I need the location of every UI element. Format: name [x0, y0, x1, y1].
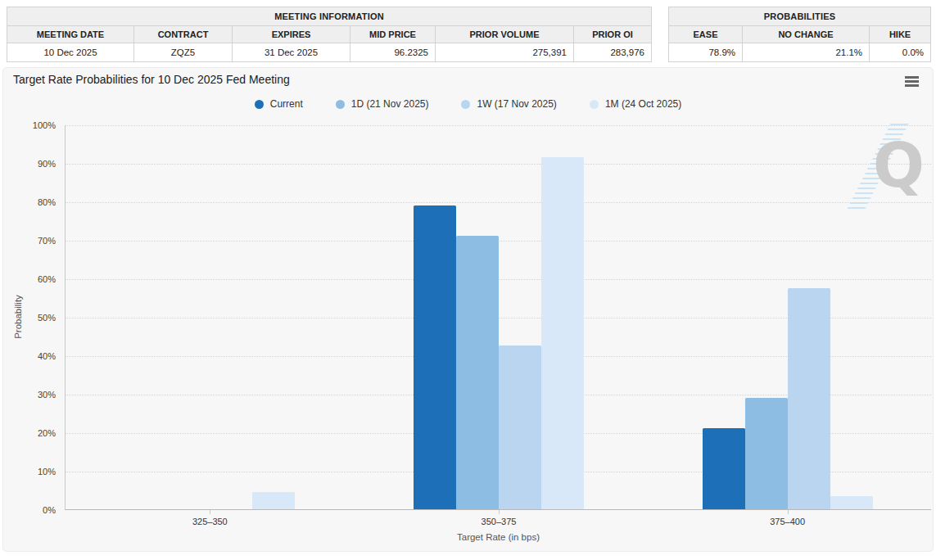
legend-dot-icon — [336, 100, 345, 109]
chart-legend: Current1D (21 Nov 2025)1W (17 Nov 2025)1… — [3, 98, 933, 110]
x-tick — [499, 510, 500, 514]
meeting-date-value: 10 Dec 2025 — [7, 43, 134, 62]
bar-375-400-s0[interactable] — [703, 428, 745, 509]
no-change-value: 21.1% — [743, 43, 870, 62]
x-category-label: 350–375 — [450, 517, 548, 526]
mid-price-value: 96.2325 — [350, 43, 436, 62]
contract-value: ZQZ5 — [134, 43, 233, 62]
chart-title: Target Rate Probabilities for 10 Dec 202… — [13, 73, 290, 86]
y-tick-label: 0% — [43, 504, 56, 516]
meeting-info-table: MEETING INFORMATION MEETING DATE CONTRAC… — [7, 7, 652, 62]
y-tick-label: 40% — [38, 350, 56, 362]
legend-item-1w[interactable]: 1W (17 Nov 2025) — [461, 98, 556, 110]
x-tick — [210, 510, 210, 514]
x-tick — [788, 510, 789, 514]
bar-350-375-s3[interactable] — [541, 157, 584, 509]
bar-325-350-s3[interactable] — [252, 492, 295, 509]
fedwatch-chart-panel: Target Rate Probabilities for 10 Dec 202… — [2, 67, 934, 552]
y-tick-label: 90% — [38, 158, 56, 169]
col-header-ease: EASE — [669, 26, 743, 43]
y-axis-title: Probability — [13, 287, 23, 346]
bar-350-375-s1[interactable] — [456, 236, 499, 509]
x-category-label: 325–350 — [161, 517, 259, 526]
probabilities-table: PROBABILITIES EASE NO CHANGE HIKE 78.9% … — [668, 7, 931, 62]
table-row: 78.9% 21.1% 0.0% — [669, 43, 931, 62]
bar-375-400-s3[interactable] — [830, 496, 873, 509]
hamburger-bar — [905, 84, 919, 87]
probabilities-title: PROBABILITIES — [669, 7, 931, 26]
col-header-mid-price: MID PRICE — [350, 26, 436, 43]
hike-value: 0.0% — [870, 43, 931, 62]
col-header-hike: HIKE — [870, 26, 931, 43]
gridline — [66, 164, 931, 165]
gridline — [66, 202, 931, 203]
legend-dot-icon — [590, 100, 599, 109]
legend-item-1d[interactable]: 1D (21 Nov 2025) — [336, 98, 429, 110]
col-header-no-change: NO CHANGE — [743, 26, 870, 43]
prior-oi-value: 283,976 — [574, 43, 652, 62]
x-category-label: 375–400 — [739, 517, 837, 526]
ease-value: 78.9% — [669, 43, 743, 62]
legend-item-current[interactable]: Current — [255, 98, 303, 110]
bar-350-375-s0[interactable] — [414, 205, 456, 509]
plot-area: Target Rate (in bps) 325–350350–375375–4… — [65, 125, 931, 510]
hamburger-bar — [905, 76, 919, 79]
legend-dot-icon — [461, 100, 470, 109]
table-row: 10 Dec 2025 ZQZ5 31 Dec 2025 96.2325 275… — [7, 43, 652, 62]
y-tick-label: 80% — [38, 196, 56, 208]
top-tables-row: MEETING INFORMATION MEETING DATE CONTRAC… — [0, 0, 936, 62]
col-header-meeting-date: MEETING DATE — [7, 26, 134, 43]
legend-label: 1D (21 Nov 2025) — [351, 98, 429, 110]
expires-value: 31 Dec 2025 — [233, 43, 350, 62]
legend-item-1m[interactable]: 1M (24 Oct 2025) — [590, 98, 681, 110]
col-header-prior-volume: PRIOR VOLUME — [436, 26, 574, 43]
meeting-info-title: MEETING INFORMATION — [7, 7, 652, 26]
legend-dot-icon — [255, 100, 264, 109]
y-tick-label: 50% — [38, 312, 56, 323]
y-tick-label: 30% — [38, 389, 56, 400]
legend-label: 1W (17 Nov 2025) — [477, 98, 556, 110]
hamburger-bar — [905, 80, 919, 83]
y-tick-label: 100% — [33, 120, 56, 131]
col-header-contract: CONTRACT — [134, 26, 233, 43]
bar-375-400-s1[interactable] — [745, 398, 788, 509]
x-axis-title: Target Rate (in bps) — [66, 532, 931, 542]
y-tick-label: 60% — [38, 273, 56, 285]
y-tick-label: 10% — [38, 466, 56, 477]
prior-volume-value: 275,391 — [436, 43, 574, 62]
col-header-prior-oi: PRIOR OI — [574, 26, 652, 43]
bar-350-375-s2[interactable] — [499, 345, 541, 509]
legend-label: 1M (24 Oct 2025) — [605, 98, 681, 110]
legend-label: Current — [270, 98, 303, 110]
bar-375-400-s2[interactable] — [788, 288, 830, 509]
y-tick-label: 20% — [38, 427, 56, 439]
hamburger-icon[interactable] — [905, 76, 919, 87]
gridline — [66, 125, 931, 126]
y-tick-label: 70% — [38, 235, 56, 246]
col-header-expires: EXPIRES — [233, 26, 350, 43]
